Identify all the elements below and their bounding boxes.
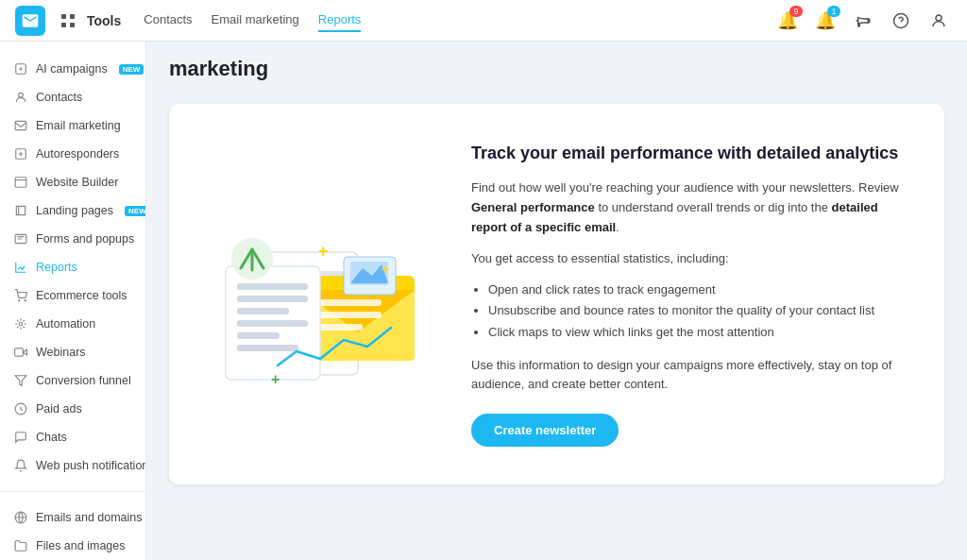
email-marketing-icon bbox=[13, 118, 28, 133]
sidebar-label-chats: Chats bbox=[36, 431, 67, 444]
sidebar-item-paid-ads[interactable]: Paid ads bbox=[0, 395, 145, 423]
top-nav: Tools Contacts Email marketing Reports 🔔… bbox=[0, 0, 967, 42]
svg-point-14 bbox=[19, 322, 23, 326]
nav-links: Contacts Email marketing Reports bbox=[144, 8, 361, 32]
nav-reports[interactable]: Reports bbox=[318, 8, 362, 32]
nav-email-marketing[interactable]: Email marketing bbox=[212, 8, 299, 32]
svg-point-5 bbox=[936, 15, 942, 21]
svg-marker-15 bbox=[23, 349, 26, 355]
bullet-1: Open and click rates to track engagement bbox=[488, 280, 907, 300]
card-content: Track your email performance with detail… bbox=[471, 142, 907, 447]
help-btn[interactable] bbox=[888, 8, 914, 34]
sidebar-label-automation: Automation bbox=[36, 317, 95, 331]
sidebar-label-ai-campaigns: AI campaigns bbox=[36, 62, 108, 76]
card-intro-bold1: General performance bbox=[471, 200, 595, 214]
sidebar-label-autoresponders: Autoresponders bbox=[36, 147, 119, 161]
svg-rect-2 bbox=[61, 23, 66, 27]
forms-popups-icon bbox=[13, 231, 28, 246]
sidebar-item-autoresponders[interactable]: Autoresponders bbox=[0, 140, 145, 168]
notifications-badge: 9 bbox=[789, 6, 803, 17]
sidebar-item-ecommerce[interactable]: Ecommerce tools bbox=[0, 281, 145, 310]
svg-rect-32 bbox=[315, 299, 382, 306]
card-intro-start: Find out how well you're reaching your a… bbox=[471, 180, 899, 195]
grid-icon[interactable] bbox=[55, 8, 81, 34]
sidebar-label-ecommerce: Ecommerce tools bbox=[36, 289, 127, 302]
webinars-icon bbox=[13, 345, 28, 360]
paid-ads-icon bbox=[13, 401, 28, 416]
sidebar-item-webinars[interactable]: Webinars bbox=[0, 338, 145, 366]
svg-point-13 bbox=[25, 300, 25, 301]
contacts-icon bbox=[13, 90, 28, 105]
sidebar-label-paid-ads: Paid ads bbox=[36, 402, 82, 416]
profile-btn[interactable] bbox=[925, 8, 952, 34]
sidebar-item-website-builder[interactable]: Website Builder bbox=[0, 168, 145, 196]
sidebar-item-chats[interactable]: Chats bbox=[0, 423, 145, 451]
automation-icon bbox=[13, 316, 28, 331]
svg-point-12 bbox=[19, 300, 20, 301]
svg-rect-34 bbox=[315, 324, 363, 331]
tools-label: Tools bbox=[87, 13, 121, 28]
svg-text:+: + bbox=[318, 242, 329, 261]
sidebar-label-conversion-funnel: Conversion funnel bbox=[36, 374, 131, 387]
autoresponders-icon bbox=[13, 146, 28, 161]
website-builder-icon bbox=[13, 175, 28, 190]
sidebar-item-automation[interactable]: Automation bbox=[0, 310, 145, 338]
card-title: Track your email performance with detail… bbox=[471, 142, 907, 165]
megaphone-btn[interactable] bbox=[850, 8, 876, 34]
sidebar-item-files-images[interactable]: Files and images bbox=[0, 532, 145, 560]
main-content: marketing bbox=[146, 42, 967, 560]
ai-campaigns-icon bbox=[13, 61, 28, 76]
sidebar-main-section: AI campaigns NEW Contacts Email marketin… bbox=[0, 51, 145, 484]
sidebar-item-landing-pages[interactable]: Landing pages NEW bbox=[0, 196, 145, 225]
svg-point-7 bbox=[19, 93, 24, 97]
top-nav-right: 🔔 9 🔔 1 bbox=[774, 8, 952, 34]
web-push-icon bbox=[13, 458, 28, 473]
sidebar-label-landing-pages: Landing pages bbox=[36, 204, 113, 217]
sidebar-label-emails-domains: Emails and domains bbox=[36, 511, 143, 524]
sidebar-label-website-builder: Website Builder bbox=[36, 176, 118, 189]
svg-rect-41 bbox=[237, 308, 289, 314]
card-illustration: + + + bbox=[197, 200, 443, 389]
sidebar-item-email-marketing[interactable]: Email marketing bbox=[0, 111, 145, 140]
card-intro-text: Find out how well you're reaching your a… bbox=[471, 178, 907, 237]
card-bullets: Open and click rates to track engagement… bbox=[471, 280, 907, 342]
app-logo[interactable] bbox=[15, 6, 45, 36]
sidebar-divider-1 bbox=[0, 491, 145, 492]
nav-contacts[interactable]: Contacts bbox=[144, 8, 192, 32]
svg-rect-43 bbox=[237, 332, 280, 339]
landing-pages-badge: NEW bbox=[125, 206, 146, 216]
sidebar-item-ai-campaigns[interactable]: AI campaigns NEW bbox=[0, 55, 145, 83]
svg-rect-39 bbox=[237, 283, 308, 290]
sidebar-label-files-images: Files and images bbox=[36, 539, 126, 552]
card-intro-mid: to understand overall trends or dig into… bbox=[595, 200, 832, 214]
sidebar-label-webinars: Webinars bbox=[36, 346, 86, 359]
sidebar-item-contacts[interactable]: Contacts bbox=[0, 83, 145, 111]
page-title: marketing bbox=[169, 57, 944, 81]
notifications-btn[interactable]: 🔔 9 bbox=[774, 8, 801, 34]
sidebar-item-emails-domains[interactable]: Emails and domains bbox=[0, 503, 145, 532]
ai-campaigns-badge: NEW bbox=[119, 64, 144, 75]
svg-rect-1 bbox=[70, 14, 75, 19]
svg-rect-33 bbox=[315, 312, 382, 318]
sidebar-label-forms-popups: Forms and popups bbox=[36, 232, 134, 246]
sidebar-bottom-section: Emails and domains Files and images Inte… bbox=[0, 500, 145, 560]
svg-rect-40 bbox=[237, 296, 308, 302]
svg-text:+: + bbox=[382, 262, 389, 277]
reports-card: + + + Track your email performance with … bbox=[169, 104, 944, 484]
sidebar-item-forms-popups[interactable]: Forms and popups bbox=[0, 225, 145, 253]
alerts-btn[interactable]: 🔔 1 bbox=[812, 8, 839, 34]
sidebar-label-email-marketing: Email marketing bbox=[36, 119, 121, 132]
chats-icon bbox=[13, 430, 28, 445]
card-footer-text: Use this information to design your camp… bbox=[471, 356, 907, 396]
sidebar-item-reports[interactable]: Reports bbox=[0, 253, 145, 281]
svg-rect-8 bbox=[15, 121, 26, 129]
sidebar-label-web-push: Web push notifications bbox=[36, 459, 146, 472]
sidebar-item-conversion-funnel[interactable]: Conversion funnel bbox=[0, 366, 145, 395]
ecommerce-icon bbox=[13, 288, 28, 303]
svg-rect-44 bbox=[237, 345, 298, 351]
files-images-icon bbox=[13, 538, 28, 553]
create-newsletter-button[interactable]: Create newsletter bbox=[471, 414, 619, 447]
reports-icon bbox=[13, 260, 28, 275]
svg-rect-42 bbox=[237, 320, 308, 327]
sidebar-item-web-push[interactable]: Web push notifications bbox=[0, 451, 145, 480]
